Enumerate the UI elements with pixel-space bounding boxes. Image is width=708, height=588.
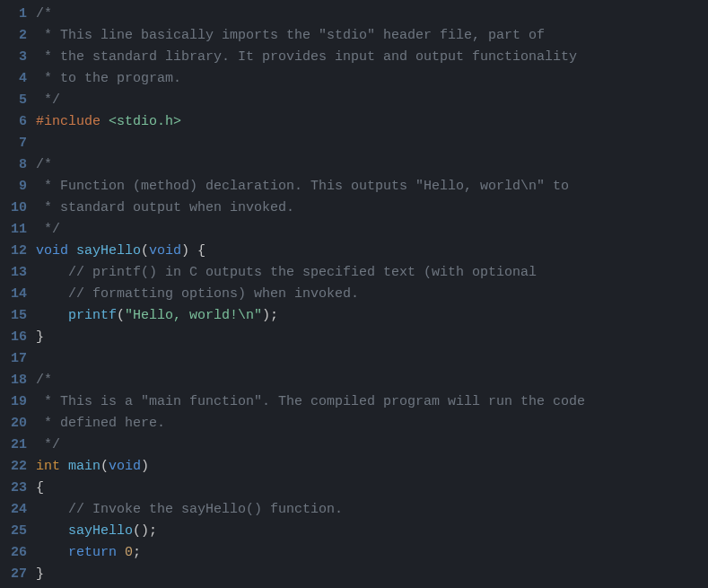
code-token: } [36, 329, 44, 345]
code-line[interactable]: /* [36, 370, 708, 391]
line-number: 3 [0, 47, 27, 68]
code-token: /* [36, 157, 52, 172]
code-line[interactable]: * defined here. [36, 413, 708, 434]
code-token: } [36, 566, 44, 582]
code-token: * Function (method) declaration. This ou… [36, 179, 569, 194]
code-token [68, 243, 76, 259]
code-token [36, 545, 68, 560]
code-token: <stdio.h> [109, 114, 181, 129]
code-token [36, 308, 68, 323]
line-number: 4 [0, 68, 27, 90]
code-token: "Hello, world!\n" [125, 308, 262, 323]
code-line[interactable]: } [36, 564, 708, 585]
code-editor[interactable]: 1234567891011121314151617181920212223242… [0, 0, 708, 588]
line-number: 23 [0, 478, 27, 499]
code-token: ) { [181, 243, 205, 259]
line-number: 13 [0, 262, 27, 284]
code-line[interactable]: * This line basically imports the "stdio… [36, 25, 708, 47]
line-number: 27 [0, 564, 27, 585]
line-number: 6 [0, 111, 27, 133]
code-line[interactable]: * Function (method) declaration. This ou… [36, 176, 708, 197]
code-line[interactable]: * the standard library. It provides inpu… [36, 47, 708, 68]
code-token: #include [36, 114, 109, 129]
code-line[interactable]: */ [36, 434, 708, 456]
code-token: * to the program. [36, 71, 181, 86]
code-token: // formatting options) when invoked. [68, 286, 359, 302]
code-line[interactable]: // Invoke the sayHello() function. [36, 499, 708, 521]
code-area[interactable]: /* * This line basically imports the "st… [36, 4, 708, 585]
line-number: 2 [0, 25, 27, 47]
code-token: ); [262, 308, 278, 323]
code-token: */ [36, 222, 60, 237]
code-line[interactable] [36, 348, 708, 370]
code-token [36, 286, 68, 302]
code-line[interactable]: { [36, 478, 708, 499]
code-line[interactable]: */ [36, 219, 708, 241]
code-token: sayHello [68, 523, 133, 539]
line-number: 20 [0, 413, 27, 434]
code-token [60, 459, 68, 474]
line-number: 1 [0, 4, 27, 25]
line-number: 22 [0, 456, 27, 478]
code-token: * the standard library. It provides inpu… [36, 49, 577, 65]
code-token: ) [141, 459, 149, 474]
code-token: main [68, 459, 101, 474]
code-line[interactable]: * This is a "main function". The compile… [36, 391, 708, 413]
code-token: ; [133, 545, 141, 560]
line-number: 5 [0, 90, 27, 111]
code-line[interactable]: /* [36, 154, 708, 176]
code-token: // printf() in C outputs the specified t… [68, 265, 537, 280]
code-token: void [149, 243, 181, 259]
code-token: * This is a "main function". The compile… [36, 394, 585, 409]
line-number: 25 [0, 521, 27, 542]
line-number: 26 [0, 542, 27, 564]
code-line[interactable]: /* [36, 4, 708, 25]
code-line[interactable] [36, 133, 708, 154]
line-number: 12 [0, 241, 27, 262]
code-line[interactable]: void sayHello(void) { [36, 241, 708, 262]
code-token: return [68, 545, 117, 560]
code-line[interactable]: // formatting options) when invoked. [36, 284, 708, 305]
code-token: // Invoke the sayHello() function. [68, 502, 343, 517]
code-line[interactable]: #include <stdio.h> [36, 111, 708, 133]
code-token: printf [68, 308, 117, 323]
code-token: ( [101, 459, 109, 474]
code-token: int [36, 459, 60, 474]
code-line[interactable]: printf("Hello, world!\n"); [36, 305, 708, 327]
code-line[interactable]: int main(void) [36, 456, 708, 478]
code-token: (); [133, 523, 157, 539]
line-number: 16 [0, 327, 27, 348]
line-number: 18 [0, 370, 27, 391]
line-number: 17 [0, 348, 27, 370]
code-token: 0 [125, 545, 133, 560]
code-line[interactable]: return 0; [36, 542, 708, 564]
line-number: 9 [0, 176, 27, 197]
code-token: */ [36, 92, 60, 108]
code-token: { [36, 480, 44, 496]
code-token: void [109, 459, 141, 474]
code-token: * standard output when invoked. [36, 200, 294, 215]
code-token: ( [141, 243, 149, 259]
code-line[interactable]: // printf() in C outputs the specified t… [36, 262, 708, 284]
line-number-gutter: 1234567891011121314151617181920212223242… [0, 4, 36, 585]
code-line[interactable]: } [36, 327, 708, 348]
code-token: * defined here. [36, 416, 165, 431]
code-token [36, 523, 68, 539]
line-number: 21 [0, 434, 27, 456]
code-line[interactable]: */ [36, 90, 708, 111]
code-token: /* [36, 6, 52, 22]
line-number: 14 [0, 284, 27, 305]
code-token: void [36, 243, 68, 259]
code-token: sayHello [76, 243, 141, 259]
code-line[interactable]: * to the program. [36, 68, 708, 90]
code-token [36, 265, 68, 280]
line-number: 11 [0, 219, 27, 241]
code-token [36, 502, 68, 517]
line-number: 10 [0, 197, 27, 219]
code-line[interactable]: * standard output when invoked. [36, 197, 708, 219]
code-line[interactable]: sayHello(); [36, 521, 708, 542]
line-number: 7 [0, 133, 27, 154]
code-token: */ [36, 437, 60, 452]
line-number: 19 [0, 391, 27, 413]
line-number: 15 [0, 305, 27, 327]
